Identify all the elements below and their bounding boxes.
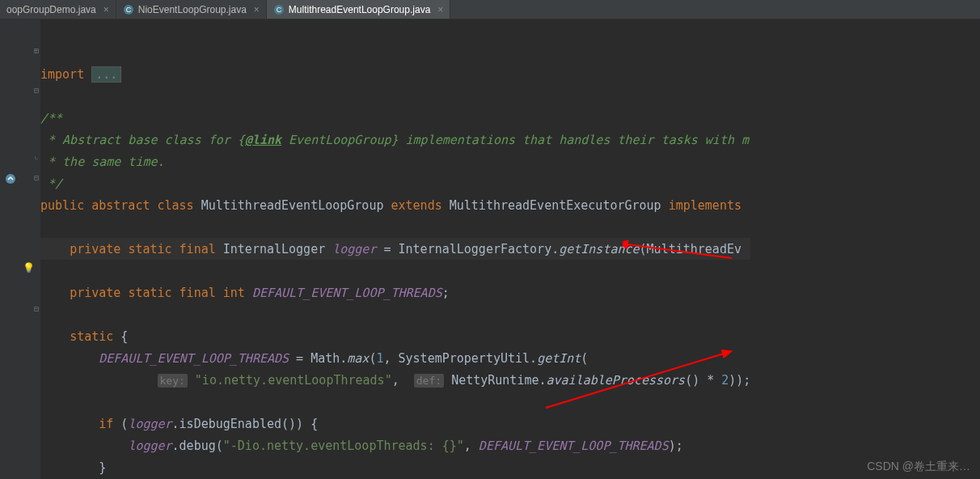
code-line: import ... bbox=[40, 66, 121, 83]
editor[interactable]: 💡 ⊞ ⊟ ⌞ ⊟ ⊟ import ... /** * Abstract ba… bbox=[0, 19, 980, 479]
doc-comment: /** * Abstract base class for {@link Eve… bbox=[40, 111, 749, 191]
tab-label: oopGroupDemo.java bbox=[6, 4, 96, 15]
field-decl: private static final InternalLogger logg… bbox=[40, 242, 741, 256]
bulb-icon[interactable]: 💡 bbox=[23, 262, 35, 273]
svg-text:C: C bbox=[126, 6, 132, 14]
static-block: static { DEFAULT_EVENT_LOOP_THREADS = Ma… bbox=[40, 329, 750, 479]
tab-file-3[interactable]: C MultithreadEventLoopGroup.java × bbox=[267, 0, 450, 19]
fold-icon[interactable]: ⊟ bbox=[34, 86, 39, 95]
tab-file-1[interactable]: oopGroupDemo.java × bbox=[0, 0, 116, 19]
svg-text:C: C bbox=[277, 6, 282, 14]
code-area[interactable]: import ... /** * Abstract base class for… bbox=[40, 19, 750, 479]
tab-bar: oopGroupDemo.java × C NioEventLoopGroup.… bbox=[0, 0, 980, 19]
fold-icon[interactable]: ⌞ bbox=[34, 151, 39, 160]
watermark: CSDN @卷土重来… bbox=[867, 460, 970, 474]
close-icon[interactable]: × bbox=[437, 4, 443, 15]
tab-file-2[interactable]: C NioEventLoopGroup.java × bbox=[116, 0, 267, 19]
close-icon[interactable]: × bbox=[103, 4, 109, 15]
gutter: 💡 ⊞ ⊟ ⌞ ⊟ ⊟ bbox=[0, 19, 40, 479]
svg-point-4 bbox=[6, 174, 15, 184]
param-hint: def: bbox=[414, 374, 444, 388]
override-icon[interactable] bbox=[5, 173, 16, 187]
class-icon: C bbox=[123, 4, 134, 15]
fold-icon[interactable]: ⊟ bbox=[34, 304, 39, 313]
field-decl: private static final int DEFAULT_EVENT_L… bbox=[40, 286, 450, 300]
param-hint: key: bbox=[158, 374, 188, 388]
close-icon[interactable]: × bbox=[254, 4, 260, 15]
class-decl: public abstract class MultithreadEventLo… bbox=[40, 198, 749, 213]
tab-label: MultithreadEventLoopGroup.java bbox=[289, 4, 430, 15]
fold-icon[interactable]: ⊞ bbox=[34, 46, 39, 55]
fold-icon[interactable]: ⊟ bbox=[34, 173, 39, 182]
tab-label: NioEventLoopGroup.java bbox=[138, 4, 247, 15]
class-icon: C bbox=[273, 4, 285, 15]
